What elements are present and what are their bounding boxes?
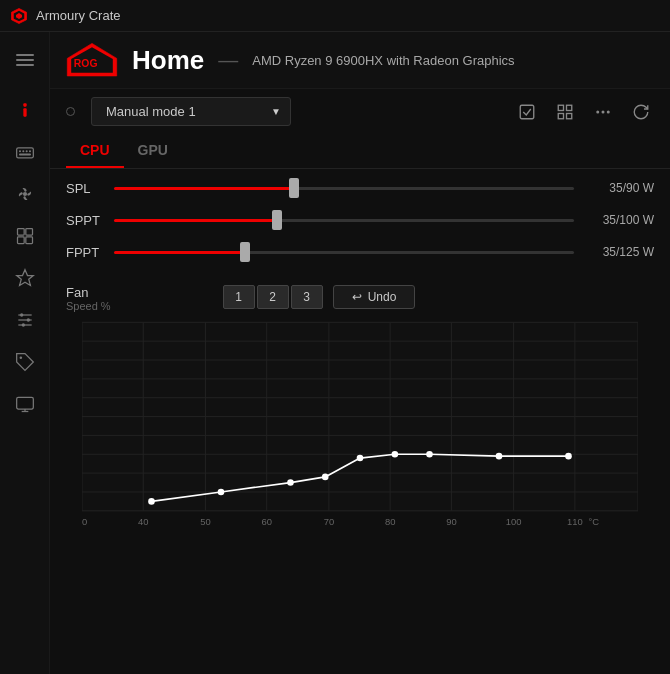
cpu-gpu-tab-bar: CPU GPU [50,134,670,169]
svg-rect-33 [558,113,563,118]
svg-text:°C: °C [588,516,599,527]
sidebar-item-fan[interactable] [4,174,46,214]
fan-curve-btn-1[interactable]: 1 [223,285,255,309]
checkbox-icon [518,103,536,121]
rog-logo: ROG [66,42,118,78]
titlebar: Armoury Crate [0,0,670,32]
svg-rect-31 [558,105,563,110]
fan-label-group: Fan Speed % [66,285,111,312]
svg-rect-12 [17,229,24,236]
sidebar-item-tuning[interactable] [4,300,46,340]
fppt-slider[interactable] [114,251,574,254]
svg-point-37 [607,110,610,113]
spl-slider-row: SPL 35/90 W [66,179,654,197]
main-content: ROG Home — AMD Ryzen 9 6900HX with Radeo… [50,32,670,674]
tab-cpu[interactable]: CPU [66,138,124,168]
svg-text:30: 30 [82,516,87,527]
fan-header: Fan Speed % 1 2 3 ↩ Undo [66,285,654,312]
spl-label: SPL [66,181,114,196]
hamburger-menu[interactable] [4,40,46,80]
svg-point-35 [596,110,599,113]
svg-point-85 [357,455,364,462]
sidebar-item-scenario[interactable] [4,216,46,256]
fan-icon [15,184,35,204]
svg-text:100: 100 [506,516,522,527]
scenario-icon [15,226,35,246]
svg-point-36 [602,110,605,113]
undo-button[interactable]: ↩ Undo [333,285,416,309]
fan-chart-container: 0 10 20 30 40 50 60 70 80 90 100 3 [66,316,654,546]
page-title: Home [132,45,204,76]
svg-text:50: 50 [200,516,210,527]
grid-icon-btn[interactable] [552,99,578,125]
sppt-label: SPPT [66,213,114,228]
checkbox-icon-btn[interactable] [514,99,540,125]
fan-curve-chart[interactable]: 0 10 20 30 40 50 60 70 80 90 100 3 [82,316,638,536]
more-icon [594,103,612,121]
svg-point-20 [26,318,29,321]
svg-rect-5 [16,148,33,158]
svg-point-81 [148,498,155,505]
fan-title: Fan [66,285,111,300]
display-icon [15,394,35,414]
svg-rect-15 [25,237,32,244]
mode-dropdown[interactable]: Manual mode 1 Manual mode 2 Manual mode … [91,97,291,126]
app-title: Armoury Crate [36,8,121,23]
svg-point-22 [21,323,24,326]
tag-icon [15,352,35,372]
more-options-btn[interactable] [590,99,616,125]
sidebar-item-tag[interactable] [4,342,46,382]
svg-rect-4 [23,108,26,116]
svg-marker-16 [16,270,33,286]
sidebar-item-home[interactable] [4,90,46,130]
sliders-section: SPL 35/90 W SPPT 35/100 W FPPT [50,169,670,281]
svg-point-11 [22,192,26,196]
svg-rect-14 [17,237,24,244]
spl-value: 35/90 W [574,181,654,195]
sidebar-item-lighting[interactable] [4,258,46,298]
sppt-value: 35/100 W [574,213,654,227]
spl-slider[interactable] [114,187,574,190]
svg-rect-3 [23,103,26,106]
fppt-value: 35/125 W [574,245,654,259]
svg-rect-32 [567,105,572,110]
undo-icon: ↩ [352,290,362,304]
svg-rect-13 [25,229,32,236]
refresh-btn[interactable] [628,99,654,125]
app-icon [10,7,28,25]
sppt-slider-container [114,211,574,229]
svg-point-89 [565,453,572,460]
device-name: AMD Ryzen 9 6900HX with Radeon Graphics [252,53,514,68]
sidebar-item-keyboard[interactable] [4,132,46,172]
svg-text:60: 60 [261,516,271,527]
svg-point-82 [218,489,225,496]
fppt-label: FPPT [66,245,114,260]
svg-text:ROG: ROG [74,58,98,69]
mode-indicator-dot [66,107,75,116]
grid-icon [556,103,574,121]
svg-text:80: 80 [385,516,395,527]
fan-curve-btn-2[interactable]: 2 [257,285,289,309]
refresh-icon [632,103,650,121]
sidebar-item-display[interactable] [4,384,46,424]
svg-point-83 [287,479,294,486]
svg-text:40: 40 [138,516,148,527]
fan-curve-btn-3[interactable]: 3 [291,285,323,309]
fan-curve-buttons: 1 2 3 ↩ Undo [223,285,416,309]
sidebar [0,32,50,674]
fan-subtitle: Speed % [66,300,111,312]
sppt-slider-row: SPPT 35/100 W [66,211,654,229]
svg-point-87 [426,451,433,458]
svg-text:70: 70 [324,516,334,527]
page-header: ROG Home — AMD Ryzen 9 6900HX with Radeo… [50,32,670,89]
svg-point-84 [322,474,329,481]
tab-gpu[interactable]: GPU [124,138,182,168]
spl-slider-container [114,179,574,197]
fan-section: Fan Speed % 1 2 3 ↩ Undo [50,281,670,546]
mode-select-wrapper: Manual mode 1 Manual mode 2 Manual mode … [91,97,291,126]
lighting-icon [15,268,35,288]
fppt-slider-container [114,243,574,261]
svg-point-18 [20,313,23,316]
sppt-slider[interactable] [114,219,574,222]
svg-point-86 [392,451,399,458]
